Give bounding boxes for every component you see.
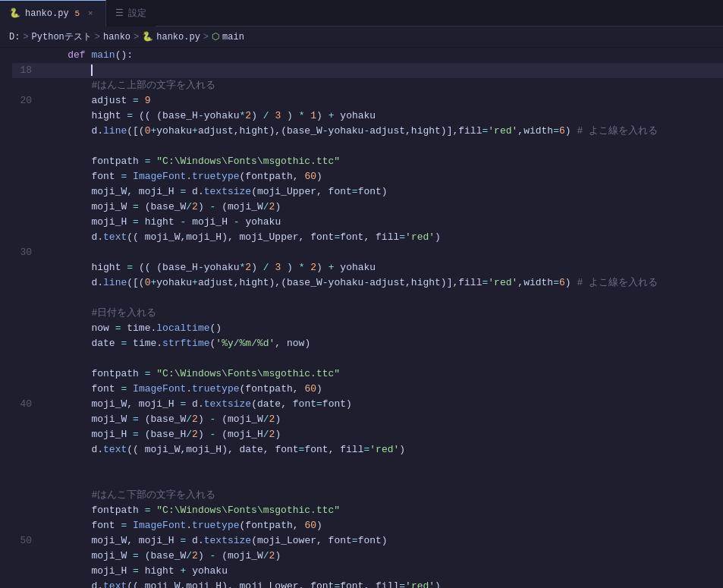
breadcrumb-file-icon: 🐍 bbox=[142, 31, 153, 42]
table-row: moji_W = (base_W/2) - (moji_W/2) bbox=[12, 412, 723, 427]
table-row: date = time.strftime('%y/%m/%d', now) bbox=[12, 336, 723, 351]
table-row: d.line([(0+yohaku+adjust,hight),(base_W-… bbox=[12, 275, 723, 291]
active-tab[interactable]: 🐍 hanko.py 5 × bbox=[0, 0, 106, 27]
table-row bbox=[12, 458, 723, 473]
table-row bbox=[12, 473, 723, 488]
tab-filename: hanko.py bbox=[25, 8, 69, 19]
table-row: moji_H = (base_H/2) - (moji_H/2) bbox=[12, 427, 723, 442]
table-row: d.text(( moji_W,moji_H), moji_Upper, fon… bbox=[12, 230, 723, 245]
breadcrumb-folder2: hanko bbox=[103, 32, 130, 42]
table-row: #はんこ下部の文字を入れる bbox=[12, 488, 723, 503]
table-row: 30 bbox=[12, 245, 723, 260]
breadcrumb-sep2: > bbox=[95, 32, 100, 42]
settings-tab[interactable]: ☰ 設定 bbox=[106, 0, 156, 27]
table-row: 50 moji_W, moji_H = d.textsize(moji_Lowe… bbox=[12, 533, 723, 549]
breadcrumb-folder1: Pythonテスト bbox=[32, 30, 92, 43]
tab-badge: 5 bbox=[75, 9, 80, 18]
python-file-icon: 🐍 bbox=[9, 8, 20, 19]
table-row: moji_H = hight - moji_H - yohaku bbox=[12, 215, 723, 230]
table-row bbox=[12, 291, 723, 306]
breadcrumb-symbol: main bbox=[222, 32, 244, 42]
table-row: fontpath = "C:\Windows\Fonts\msgothic.tt… bbox=[12, 366, 723, 382]
breadcrumb: D: > Pythonテスト > hanko > 🐍 hanko.py > ⬡ … bbox=[0, 27, 723, 48]
table-row: moji_W = (base_W/2) - (moji_W/2) bbox=[12, 549, 723, 564]
tab-close-button[interactable]: × bbox=[84, 8, 96, 20]
breadcrumb-sep1: > bbox=[23, 32, 28, 42]
table-row: #日付を入れる bbox=[12, 306, 723, 321]
table-row: moji_W, moji_H = d.textsize(moji_Upper, … bbox=[12, 184, 723, 200]
breadcrumb-sep3: > bbox=[134, 32, 139, 42]
table-row: moji_H = hight + yohaku bbox=[12, 564, 723, 579]
table-row: font = ImageFont.truetype(fontpath, 60) bbox=[12, 382, 723, 397]
title-bar: 🐍 hanko.py 5 × ☰ 設定 bbox=[0, 0, 723, 27]
breadcrumb-file: hanko.py bbox=[156, 32, 200, 42]
table-row: hight = (( (base_H-yohaku*2) / 3 ) * 2) … bbox=[12, 260, 723, 275]
table-row: 40 moji_W, moji_H = d.textsize(date, fon… bbox=[12, 397, 723, 412]
table-row: def main(): bbox=[12, 48, 723, 63]
table-row: moji_W = (base_W/2) - (moji_W/2) bbox=[12, 200, 723, 215]
table-row: 20 adjust = 9 bbox=[12, 93, 723, 108]
settings-label: 設定 bbox=[128, 7, 146, 20]
table-row: hight = (( (base_H-yohaku*2) / 3 ) * 1) … bbox=[12, 108, 723, 124]
table-row: font = ImageFont.truetype(fontpath, 60) bbox=[12, 169, 723, 184]
table-row: fontpath = "C:\Windows\Fonts\msgothic.tt… bbox=[12, 503, 723, 518]
breadcrumb-symbol-icon: ⬡ bbox=[212, 31, 219, 42]
table-row: 18 bbox=[12, 63, 723, 78]
table-row: #はんこ上部の文字を入れる bbox=[12, 78, 723, 93]
table-row: font = ImageFont.truetype(fontpath, 60) bbox=[12, 518, 723, 533]
code-editor[interactable]: def main(): 18 #はんこ上部の文字を入れる 20 adjust =… bbox=[0, 48, 723, 588]
table-row: d.text(( moji_W,moji_H), date, font=font… bbox=[12, 442, 723, 458]
settings-icon: ☰ bbox=[115, 8, 124, 19]
table-row: d.line([(0+yohaku+adjust,hight),(base_W-… bbox=[12, 124, 723, 139]
breadcrumb-drive: D: bbox=[9, 32, 20, 42]
table-row: d.text(( moji_W,moji_H), moji_Lower, fon… bbox=[12, 579, 723, 588]
breadcrumb-sep4: > bbox=[203, 32, 209, 42]
code-content-area[interactable]: def main(): 18 #はんこ上部の文字を入れる 20 adjust =… bbox=[0, 48, 723, 588]
table-row bbox=[12, 351, 723, 366]
table-row bbox=[12, 139, 723, 154]
table-row: now = time.localtime() bbox=[12, 321, 723, 336]
table-row: fontpath = "C:\Windows\Fonts\msgothic.tt… bbox=[12, 154, 723, 169]
